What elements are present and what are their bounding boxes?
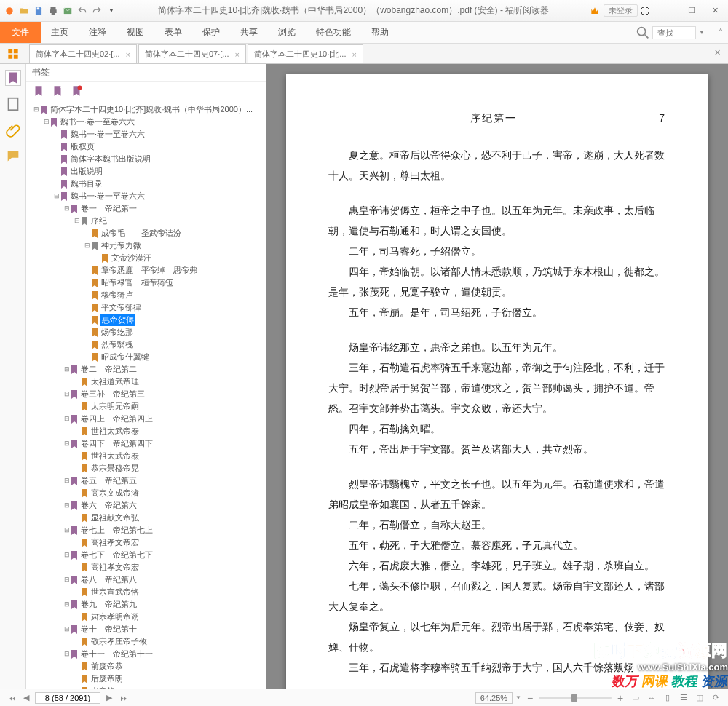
tree-toggle-icon[interactable] bbox=[73, 462, 81, 475]
tree-toggle-icon[interactable]: ⊟ bbox=[63, 549, 71, 561]
tree-toggle-icon[interactable] bbox=[83, 326, 91, 338]
add-bookmark-icon[interactable] bbox=[51, 84, 64, 98]
tree-toggle-icon[interactable] bbox=[93, 252, 101, 264]
bookmark-item[interactable]: 版权页 bbox=[29, 140, 264, 153]
bookmark-item[interactable]: 出版说明 bbox=[29, 165, 264, 178]
tree-toggle-icon[interactable] bbox=[52, 178, 60, 190]
tree-toggle-icon[interactable]: ⊟ bbox=[42, 116, 50, 128]
search-dropdown-icon[interactable]: ▼ bbox=[696, 25, 708, 41]
tree-toggle-icon[interactable] bbox=[83, 227, 91, 239]
bookmark-item[interactable]: 肃宗孝明帝诩 bbox=[29, 611, 264, 623]
bookmark-item[interactable]: ⊟卷六 帝纪第六 bbox=[29, 499, 264, 512]
bookmark-item[interactable]: 世祖太武帝焘 bbox=[29, 425, 264, 437]
bookmark-item[interactable]: 敬宗孝庄帝子攸 bbox=[29, 635, 264, 648]
close-button[interactable]: ✕ bbox=[705, 4, 725, 18]
bookmark-tree[interactable]: ⊟简体字本二十四史10·[北齐]魏收·魏书（中华书局2000）...⊟魏书一·卷… bbox=[26, 100, 266, 689]
bookmark-item[interactable]: 昭帝禄官 桓帝猗㐌 bbox=[29, 277, 264, 289]
tab-close-icon[interactable]: × bbox=[352, 50, 356, 59]
redo-icon[interactable] bbox=[90, 4, 103, 17]
rotate-icon[interactable]: ⟳ bbox=[709, 691, 722, 705]
tree-toggle-icon[interactable]: ⊟ bbox=[83, 239, 91, 252]
tree-toggle-icon[interactable]: ⊟ bbox=[52, 190, 60, 202]
search-icon[interactable] bbox=[635, 25, 651, 41]
tree-toggle-icon[interactable] bbox=[73, 376, 81, 388]
menu-comment[interactable]: 注释 bbox=[79, 22, 116, 43]
expand-all-icon[interactable] bbox=[32, 84, 45, 98]
minimize-button[interactable]: — bbox=[658, 4, 678, 18]
zoom-slider[interactable] bbox=[539, 697, 612, 699]
document-view[interactable]: 序纪第一 7 夏之意。桓帝后以帝得众心，恐不利于己子，害帝，遂崩，大人死者数十人… bbox=[266, 64, 728, 689]
bookmark-item[interactable]: 章帝悉鹿 平帝绰 思帝弗 bbox=[29, 264, 264, 277]
bookmark-item[interactable]: ⊟神元帝力微 bbox=[29, 239, 264, 252]
bookmark-item[interactable]: 高祖孝文帝宏 bbox=[29, 536, 264, 549]
bookmark-item[interactable]: 炀帝纥那 bbox=[29, 326, 264, 338]
zoom-in-icon[interactable]: + bbox=[614, 692, 626, 704]
fit-page-icon[interactable]: ▭ bbox=[629, 691, 642, 705]
tree-toggle-icon[interactable] bbox=[73, 487, 81, 499]
email-icon[interactable] bbox=[61, 4, 74, 17]
continuous-icon[interactable]: ☰ bbox=[677, 691, 690, 705]
tree-toggle-icon[interactable] bbox=[73, 561, 81, 574]
menu-extras[interactable]: 特色功能 bbox=[306, 22, 361, 43]
facing-icon[interactable]: ◫ bbox=[693, 691, 706, 705]
bookmark-item[interactable]: ⊟卷七下 帝纪第七下 bbox=[29, 549, 264, 561]
bookmark-item[interactable]: ⊟魏书一·卷一至卷六六 bbox=[29, 190, 264, 202]
bookmark-item[interactable]: ⊟卷一 帝纪第一 bbox=[29, 202, 264, 215]
first-page-icon[interactable]: ⏮ bbox=[6, 694, 17, 702]
tree-toggle-icon[interactable] bbox=[73, 660, 81, 673]
maximize-button[interactable]: ☐ bbox=[681, 4, 702, 18]
print-icon[interactable] bbox=[47, 4, 60, 17]
bookmark-item[interactable]: 简体字本魏书出版说明 bbox=[29, 153, 264, 165]
doc-tab[interactable]: 简体字本二十四史10·[北...× bbox=[248, 44, 363, 63]
tree-toggle-icon[interactable] bbox=[83, 289, 91, 301]
bookmark-item[interactable]: 前废帝恭 bbox=[29, 660, 264, 673]
tree-toggle-icon[interactable] bbox=[73, 635, 81, 648]
zoom-dropdown-icon[interactable]: ▼ bbox=[515, 694, 521, 701]
bookmark-item[interactable]: 高宗文成帝濬 bbox=[29, 487, 264, 499]
bookmark-item[interactable]: ⊟卷五 帝纪第五 bbox=[29, 475, 264, 487]
menu-browse[interactable]: 浏览 bbox=[268, 22, 306, 43]
bookmark-item[interactable]: 太宗明元帝嗣 bbox=[29, 400, 264, 413]
tree-toggle-icon[interactable]: ⊟ bbox=[63, 202, 71, 215]
prev-page-icon[interactable]: ◀ bbox=[20, 693, 32, 702]
tree-toggle-icon[interactable]: ⊟ bbox=[63, 363, 71, 376]
tree-toggle-icon[interactable] bbox=[73, 536, 81, 549]
bookmark-item[interactable]: 世祖太武帝焘 bbox=[29, 450, 264, 462]
menu-share[interactable]: 共享 bbox=[230, 22, 268, 43]
bookmark-item[interactable]: 魏书一·卷一至卷六六 bbox=[29, 128, 264, 140]
bookmark-item[interactable]: ⊟卷八 帝纪第八 bbox=[29, 574, 264, 586]
tree-toggle-icon[interactable] bbox=[73, 611, 81, 623]
bookmark-item[interactable]: ⊟卷四上 帝纪第四上 bbox=[29, 413, 264, 425]
menu-view[interactable]: 视图 bbox=[116, 22, 154, 43]
tree-toggle-icon[interactable] bbox=[83, 351, 91, 363]
tree-toggle-icon[interactable] bbox=[52, 165, 60, 178]
tree-toggle-icon[interactable] bbox=[83, 338, 91, 351]
tree-toggle-icon[interactable]: ⊟ bbox=[63, 413, 71, 425]
start-tab-icon[interactable] bbox=[6, 47, 20, 61]
bookmark-item[interactable]: 魏书目录 bbox=[29, 178, 264, 190]
bookmark-item[interactable]: ⊟卷十一 帝纪第十一 bbox=[29, 648, 264, 660]
tree-toggle-icon[interactable] bbox=[52, 153, 60, 165]
tab-close-all-icon[interactable]: ✕ bbox=[714, 48, 721, 57]
page-input[interactable] bbox=[35, 692, 100, 704]
bookmark-item[interactable]: 烈帝翳槐 bbox=[29, 338, 264, 351]
fullscreen-toggle-icon[interactable]: ⛶ bbox=[641, 7, 655, 15]
zoom-level[interactable]: 64.25% bbox=[475, 692, 513, 704]
bookmark-item[interactable]: 恭宗景穆帝晃 bbox=[29, 462, 264, 475]
tree-toggle-icon[interactable] bbox=[83, 314, 91, 326]
menu-home[interactable]: 主页 bbox=[41, 22, 79, 43]
app-logo-icon[interactable] bbox=[3, 4, 16, 17]
tree-toggle-icon[interactable] bbox=[52, 128, 60, 140]
bookmark-item[interactable]: 平文帝郁律 bbox=[29, 301, 264, 314]
tree-toggle-icon[interactable] bbox=[73, 400, 81, 413]
ribbon-collapse-icon[interactable]: ˄ bbox=[713, 28, 728, 38]
tab-close-icon[interactable]: × bbox=[235, 50, 240, 59]
tree-toggle-icon[interactable]: ⊟ bbox=[63, 524, 71, 536]
qtb-dropdown-icon[interactable]: ▼ bbox=[105, 4, 118, 17]
zoom-out-icon[interactable]: − bbox=[524, 692, 536, 704]
tree-toggle-icon[interactable] bbox=[73, 586, 81, 598]
single-page-icon[interactable]: ▯ bbox=[661, 691, 674, 705]
menu-protect[interactable]: 保护 bbox=[192, 22, 230, 43]
tree-toggle-icon[interactable]: ⊟ bbox=[63, 648, 71, 660]
tree-toggle-icon[interactable] bbox=[52, 140, 60, 153]
